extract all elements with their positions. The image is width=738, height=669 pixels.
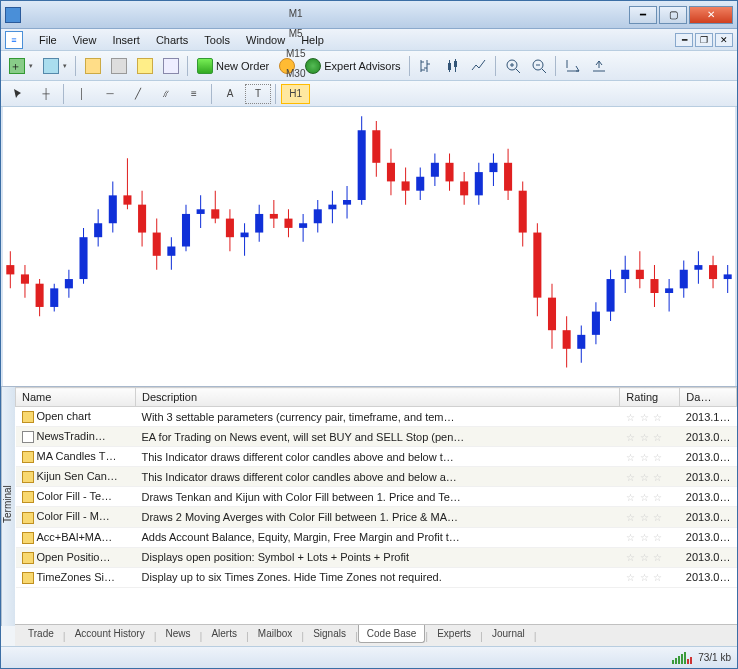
channel-tool[interactable]: ⫽ bbox=[153, 84, 179, 104]
crosshair-tool[interactable]: ┼ bbox=[33, 84, 59, 104]
table-row[interactable]: Open chart With 3 settable parameters (c… bbox=[16, 407, 737, 427]
new-order-label: New Order bbox=[216, 60, 269, 72]
line-chart-button[interactable] bbox=[467, 55, 491, 77]
timeframe-m30[interactable]: M30 bbox=[281, 64, 310, 84]
col-name[interactable]: Name bbox=[16, 388, 136, 407]
rating-stars[interactable]: ☆ ☆ ☆ bbox=[626, 512, 664, 523]
chart-shift-button[interactable] bbox=[587, 55, 611, 77]
rating-stars[interactable]: ☆ ☆ ☆ bbox=[626, 432, 664, 443]
menu-file[interactable]: File bbox=[31, 32, 65, 48]
tab-trade[interactable]: Trade bbox=[19, 625, 63, 643]
tab-experts[interactable]: Experts bbox=[428, 625, 480, 643]
code-base-table[interactable]: Name Description Rating Da… Open chart W… bbox=[15, 387, 737, 624]
main-toolbar: ＋▾ ▾ New Order Expert Advisors bbox=[1, 51, 737, 81]
bar-chart-button[interactable] bbox=[415, 55, 439, 77]
app-window: ━ ▢ ✕ ≡ FileViewInsertChartsToolsWindowH… bbox=[0, 0, 738, 669]
menu-insert[interactable]: Insert bbox=[104, 32, 148, 48]
table-row[interactable]: Kijun Sen Can… This Indicator draws diff… bbox=[16, 467, 737, 487]
menubar: ≡ FileViewInsertChartsToolsWindowHelp ━ … bbox=[1, 29, 737, 51]
table-row[interactable]: Acc+BAl+MA… Adds Account Balance, Equity… bbox=[16, 527, 737, 547]
menu-app-icon[interactable]: ≡ bbox=[5, 31, 23, 49]
col-date[interactable]: Da… bbox=[680, 388, 737, 407]
profiles-button[interactable]: ▾ bbox=[39, 55, 71, 77]
svg-rect-77 bbox=[533, 233, 541, 298]
cursor-tool[interactable] bbox=[5, 84, 31, 104]
rating-stars[interactable]: ☆ ☆ ☆ bbox=[626, 532, 664, 543]
svg-rect-23 bbox=[138, 205, 146, 233]
new-order-button[interactable]: New Order bbox=[193, 55, 273, 77]
row-description: This Indicator draws different color can… bbox=[136, 447, 620, 467]
table-row[interactable]: Open Positio… Displays open position: Sy… bbox=[16, 547, 737, 567]
table-row[interactable]: NewsTradin… EA for Trading on News event… bbox=[16, 427, 737, 447]
vertical-line-tool[interactable]: │ bbox=[69, 84, 95, 104]
svg-rect-19 bbox=[109, 195, 117, 223]
rating-stars[interactable]: ☆ ☆ ☆ bbox=[626, 572, 664, 583]
trendline-tool[interactable]: ╱ bbox=[125, 84, 151, 104]
row-date: 2013.0… bbox=[680, 447, 737, 467]
rating-stars[interactable]: ☆ ☆ ☆ bbox=[626, 492, 664, 503]
text-tool[interactable]: A bbox=[217, 84, 243, 104]
col-description[interactable]: Description bbox=[136, 388, 620, 407]
menu-tools[interactable]: Tools bbox=[196, 32, 238, 48]
fibonacci-tool[interactable]: ≡ bbox=[181, 84, 207, 104]
terminal-button[interactable] bbox=[133, 55, 157, 77]
svg-rect-97 bbox=[680, 270, 688, 289]
minimize-button[interactable]: ━ bbox=[629, 6, 657, 24]
svg-rect-67 bbox=[460, 181, 468, 195]
timeframe-m1[interactable]: M1 bbox=[281, 4, 310, 24]
strategy-tester-button[interactable] bbox=[159, 55, 183, 77]
zoom-in-button[interactable] bbox=[501, 55, 525, 77]
titlebar[interactable]: ━ ▢ ✕ bbox=[1, 1, 737, 29]
table-row[interactable]: Color Fill - M… Draws 2 Moving Averges w… bbox=[16, 507, 737, 527]
rating-stars[interactable]: ☆ ☆ ☆ bbox=[626, 452, 664, 463]
statusbar: 73/1 kb bbox=[1, 646, 737, 668]
svg-rect-13 bbox=[65, 279, 73, 288]
script-icon bbox=[22, 512, 34, 524]
close-button[interactable]: ✕ bbox=[689, 6, 733, 24]
mdi-close-button[interactable]: ✕ bbox=[715, 33, 733, 47]
maximize-button[interactable]: ▢ bbox=[659, 6, 687, 24]
svg-rect-69 bbox=[475, 172, 483, 195]
row-description: Adds Account Balance, Equity, Margin, Fr… bbox=[136, 527, 620, 547]
new-chart-button[interactable]: ＋▾ bbox=[5, 55, 37, 77]
row-name: MA Candles T… bbox=[37, 450, 117, 462]
menu-view[interactable]: View bbox=[65, 32, 105, 48]
tab-account-history[interactable]: Account History bbox=[66, 625, 154, 643]
expert-advisors-button[interactable]: Expert Advisors bbox=[301, 55, 404, 77]
horizontal-line-tool[interactable]: ─ bbox=[97, 84, 123, 104]
zoom-out-button[interactable] bbox=[527, 55, 551, 77]
svg-rect-43 bbox=[284, 219, 292, 228]
timeframe-h1[interactable]: H1 bbox=[281, 84, 310, 104]
text-label-tool[interactable]: T bbox=[245, 84, 271, 104]
mdi-restore-button[interactable]: ❐ bbox=[695, 33, 713, 47]
auto-scroll-button[interactable] bbox=[561, 55, 585, 77]
navigator-button[interactable] bbox=[107, 55, 131, 77]
timeframe-m15[interactable]: M15 bbox=[281, 44, 310, 64]
row-date: 2013.0… bbox=[680, 427, 737, 447]
market-watch-button[interactable] bbox=[81, 55, 105, 77]
row-description: This Indicator draws different color can… bbox=[136, 467, 620, 487]
tab-news[interactable]: News bbox=[157, 625, 200, 643]
row-description: Displays open position: Symbol + Lots + … bbox=[136, 547, 620, 567]
svg-rect-51 bbox=[343, 200, 351, 205]
rating-stars[interactable]: ☆ ☆ ☆ bbox=[626, 472, 664, 483]
table-row[interactable]: MA Candles T… This Indicator draws diffe… bbox=[16, 447, 737, 467]
tab-code-base[interactable]: Code Base bbox=[358, 625, 425, 643]
rating-stars[interactable]: ☆ ☆ ☆ bbox=[626, 412, 664, 423]
candle-chart-button[interactable] bbox=[441, 55, 465, 77]
table-row[interactable]: TimeZones Si… Display up to six Times Zo… bbox=[16, 567, 737, 587]
mdi-minimize-button[interactable]: ━ bbox=[675, 33, 693, 47]
chart-area[interactable] bbox=[1, 107, 737, 386]
tab-mailbox[interactable]: Mailbox bbox=[249, 625, 301, 643]
col-rating[interactable]: Rating bbox=[620, 388, 680, 407]
menu-charts[interactable]: Charts bbox=[148, 32, 196, 48]
tab-journal[interactable]: Journal bbox=[483, 625, 534, 643]
svg-rect-93 bbox=[650, 279, 658, 293]
svg-rect-95 bbox=[665, 288, 673, 293]
tab-alerts[interactable]: Alerts bbox=[202, 625, 246, 643]
svg-rect-11 bbox=[50, 288, 58, 307]
timeframe-m5[interactable]: M5 bbox=[281, 24, 310, 44]
table-row[interactable]: Color Fill - Te… Draws Tenkan and Kijun … bbox=[16, 487, 737, 507]
tab-signals[interactable]: Signals bbox=[304, 625, 355, 643]
rating-stars[interactable]: ☆ ☆ ☆ bbox=[626, 552, 664, 563]
